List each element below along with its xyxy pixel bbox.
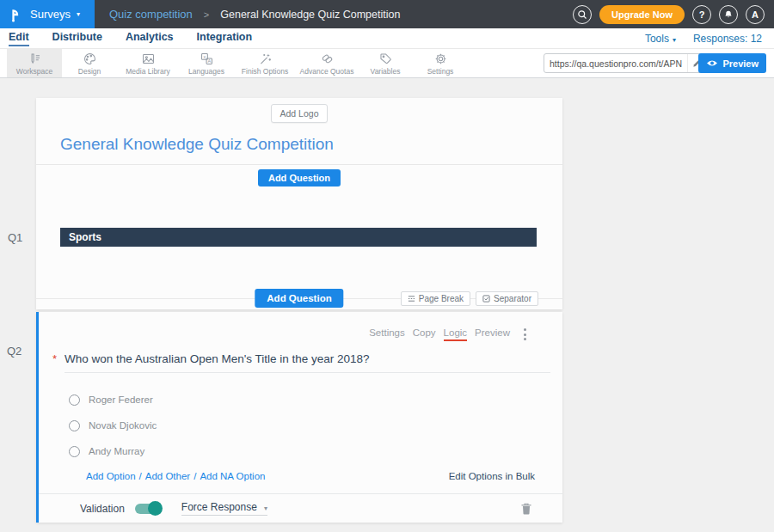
chevron-down-icon: ▾ (673, 36, 676, 44)
tools-menu[interactable]: Tools▾ (645, 33, 676, 45)
chain-link-icon (320, 52, 335, 66)
question-number-q2: Q2 (7, 345, 22, 358)
option-row: Novak Djokovic (69, 413, 562, 438)
svg-text:A: A (207, 58, 211, 64)
workspace-icon (28, 52, 42, 66)
tool-variables[interactable]: Variables (358, 49, 413, 77)
question-footer: Validation Force Response▾ (39, 494, 562, 523)
question-settings-link[interactable]: Settings (369, 327, 405, 341)
gear-icon (433, 52, 448, 66)
divider (36, 164, 562, 165)
question-card-q2: Settings Copy Logic Preview * Who won th… (36, 312, 562, 523)
survey-workspace: Q1 Q2 Add Logo General Knowledge Quiz Co… (0, 78, 774, 532)
question-number-q1: Q1 (8, 231, 22, 244)
radio-button[interactable] (69, 420, 80, 431)
tool-advance-quotas[interactable]: Advance Quotas (296, 49, 358, 77)
image-icon (141, 52, 156, 66)
question-row: * Who won the Australian Open Men's Titl… (52, 352, 562, 365)
tab-analytics[interactable]: Analytics (126, 31, 174, 46)
separator-checkbox-icon (482, 295, 490, 303)
breadcrumb-separator: > (204, 9, 209, 20)
breadcrumb-current: General Knowledge Quiz Competition (220, 9, 400, 21)
tool-settings[interactable]: Settings (413, 49, 468, 77)
avatar[interactable]: A (746, 5, 765, 24)
option-label[interactable]: Andy Murray (89, 446, 144, 456)
translate-icon: xA (200, 52, 214, 66)
option-row: Andy Murray (69, 438, 562, 464)
survey-title[interactable]: General Knowledge Quiz Competition (60, 135, 562, 154)
responses-link[interactable]: Responses: 12 (693, 33, 762, 45)
upgrade-now-button[interactable]: Upgrade Now (599, 5, 685, 24)
question-text[interactable]: Who won the Australian Open Men's Title … (64, 352, 370, 365)
more-options-icon[interactable] (522, 327, 528, 342)
palette-icon (83, 52, 97, 66)
radio-button[interactable] (69, 394, 80, 406)
radio-button[interactable] (69, 446, 80, 457)
questionpro-logo-icon (9, 7, 22, 22)
search-button[interactable] (573, 5, 592, 24)
chevron-down-icon: ▾ (264, 504, 267, 512)
magic-wand-icon (258, 52, 273, 66)
question-logic-link[interactable]: Logic (444, 327, 468, 341)
question-copy-link[interactable]: Copy (413, 327, 436, 341)
validation-toggle[interactable] (135, 504, 161, 514)
surveys-menu-label: Surveys (30, 8, 71, 21)
tool-workspace[interactable]: Workspace (7, 49, 62, 77)
page-break-button[interactable]: Page Break (401, 291, 470, 306)
survey-nav: Edit Distribute Analytics Integration To… (0, 28, 774, 49)
required-marker: * (52, 352, 57, 365)
force-response-dropdown[interactable]: Force Response▾ (181, 501, 267, 516)
add-question-row: Add Question (36, 169, 562, 187)
add-na-option-link[interactable]: Add NA Option (200, 471, 265, 481)
option-links-row: Add Option/Add Other/Add NA Option Edit … (86, 471, 535, 481)
survey-url-box (544, 53, 707, 73)
page-break-icon (408, 295, 415, 303)
chevron-down-icon: ▾ (77, 10, 80, 18)
survey-url-input[interactable] (544, 58, 687, 69)
add-question-button[interactable]: Add Question (258, 169, 341, 187)
eye-icon (706, 59, 718, 67)
tag-icon (378, 52, 393, 66)
add-option-link[interactable]: Add Option (86, 471, 136, 481)
separator-button[interactable]: Separator (476, 291, 538, 306)
edit-options-in-bulk-link[interactable]: Edit Options in Bulk (449, 471, 535, 481)
tool-languages[interactable]: xA Languages (179, 49, 234, 77)
tool-finish-options[interactable]: Finish Options (234, 49, 296, 77)
add-other-link[interactable]: Add Other (145, 471, 190, 481)
svg-text:x: x (203, 53, 206, 58)
add-logo-button[interactable]: Add Logo (271, 104, 329, 123)
option-row: Roger Federer (69, 387, 562, 413)
break-buttons: Page Break Separator (401, 291, 538, 306)
question-preview-link[interactable]: Preview (475, 327, 510, 341)
subnav-right: Tools▾ Responses: 12 (645, 33, 765, 45)
add-links: Add Option/Add Other/Add NA Option (86, 471, 265, 481)
question-underline (64, 372, 550, 373)
surveys-menu[interactable]: Surveys ▾ (0, 0, 95, 28)
delete-question-button[interactable] (521, 503, 531, 515)
top-bar: Surveys ▾ Quiz competition > General Kno… (0, 0, 774, 28)
notifications-button[interactable] (719, 5, 738, 24)
search-icon (577, 9, 587, 20)
help-button[interactable]: ? (692, 5, 711, 24)
answer-options: Roger Federer Novak Djokovic Andy Murray (39, 387, 562, 464)
bell-icon (723, 9, 734, 20)
tab-edit[interactable]: Edit (9, 31, 29, 46)
breadcrumb-parent[interactable]: Quiz competition (109, 8, 193, 21)
add-question-button[interactable]: Add Question (255, 289, 343, 308)
edit-toolbar: Workspace Design Media Library xA Langua… (0, 49, 774, 78)
tab-integration[interactable]: Integration (197, 31, 253, 46)
logo-row: Add Logo (36, 98, 562, 123)
question-actions: Settings Copy Logic Preview (39, 312, 562, 342)
option-label[interactable]: Novak Djokovic (89, 420, 157, 431)
topbar-actions: Upgrade Now ? A (573, 5, 774, 24)
tab-distribute[interactable]: Distribute (52, 31, 102, 46)
page-break-row: Add Question Page Break Separator (36, 287, 562, 309)
trash-icon (521, 503, 531, 515)
option-label[interactable]: Roger Federer (89, 394, 153, 405)
validation-label: Validation (80, 503, 125, 515)
section-header-sports[interactable]: Sports (60, 228, 537, 247)
preview-button[interactable]: Preview (698, 53, 766, 73)
survey-card: Add Logo General Knowledge Quiz Competit… (36, 98, 562, 309)
tool-design[interactable]: Design (62, 49, 117, 77)
tool-media-library[interactable]: Media Library (117, 49, 179, 77)
